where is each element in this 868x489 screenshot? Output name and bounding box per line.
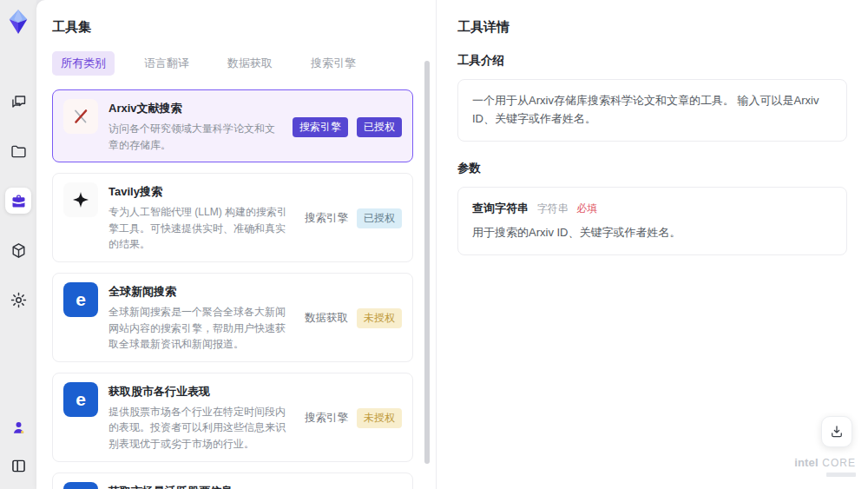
tool-description: 全球新闻搜索是一个聚合全球各大新闻网站内容的搜索引擎，帮助用户快速获取全球最新资… (108, 304, 294, 353)
sidebar-bottom (5, 414, 31, 479)
tab-language-translation[interactable]: 语言翻译 (135, 51, 198, 76)
tool-card-global-news[interactable]: e 全球新闻搜索 全球新闻搜索是一个聚合全球各大新闻网站内容的搜索引擎，帮助用户… (52, 273, 413, 362)
category-label: 搜索引擎 (305, 211, 348, 226)
user-avatar-icon[interactable] (5, 414, 31, 440)
category-tabs: 所有类别 语言翻译 数据获取 搜索引擎 (52, 51, 413, 76)
app-logo-icon[interactable] (5, 9, 31, 35)
main-content: 工具集 所有类别 语言翻译 数据获取 搜索引擎 Arxiv文献搜索 (36, 0, 868, 489)
list-scrollbar (424, 61, 430, 480)
settings-icon[interactable] (5, 287, 31, 313)
blue-app-icon: e (63, 282, 98, 317)
download-button[interactable] (821, 416, 852, 447)
auth-status-badge: 未授权 (357, 408, 402, 428)
details-title: 工具详情 (457, 19, 847, 36)
intro-heading: 工具介绍 (457, 53, 847, 69)
tool-card-active-stocks[interactable]: e 获取市场最活跃股票信息 提供当天交易量最高的股票列表，投资者可以利用这些信息… (52, 472, 413, 489)
param-box: 查询字符串 字符串 必填 用于搜索的Arxiv ID、关键字或作者姓名。 (457, 187, 847, 256)
tool-description: 专为人工智能代理 (LLM) 构建的搜索引擎工具。可快速提供实时、准确和真实的结… (108, 204, 294, 253)
sidebar (0, 0, 36, 489)
tool-card-arxiv[interactable]: Arxiv文献搜索 访问各个研究领域大量科学论文和文章的存储库。 搜索引擎 已授… (52, 89, 413, 162)
blue-app-icon: e (63, 382, 98, 417)
tool-description: 访问各个研究领域大量科学论文和文章的存储库。 (108, 121, 282, 153)
tab-search-engine[interactable]: 搜索引擎 (302, 51, 365, 76)
tool-description: 提供股票市场各个行业在特定时间段内的表现。投资者可以利用这些信息来识别表现优于或… (108, 404, 294, 453)
tool-list: Arxiv文献搜索 访问各个研究领域大量科学论文和文章的存储库。 搜索引擎 已授… (52, 89, 413, 489)
params-heading: 参数 (457, 161, 847, 176)
sidebar-nav (5, 89, 31, 313)
param-required-flag: 必填 (576, 202, 597, 215)
blue-app-icon: e (63, 482, 98, 489)
arxiv-x-icon (63, 99, 98, 134)
param-name: 查询字符串 (472, 202, 529, 215)
cube-icon[interactable] (5, 237, 31, 263)
tool-details-panel: 工具详情 工具介绍 一个用于从Arxiv存储库搜索科学论文和文章的工具。 输入可… (436, 0, 868, 489)
folder-icon[interactable] (5, 138, 31, 164)
auth-status-badge: 已授权 (357, 208, 402, 228)
brand-core-text: CORE (822, 457, 856, 469)
page-title: 工具集 (52, 19, 413, 36)
chat-icon[interactable] (5, 89, 31, 115)
tavily-star-icon (63, 182, 98, 217)
tool-name: 获取股市各行业表现 (108, 384, 294, 400)
tool-card-stock-sector[interactable]: e 获取股市各行业表现 提供股票市场各个行业在特定时间段内的表现。投资者可以利用… (52, 373, 413, 462)
param-description: 用于搜索的Arxiv ID、关键字或作者姓名。 (472, 224, 832, 242)
intro-box: 一个用于从Arxiv存储库搜索科学论文和文章的工具。 输入可以是Arxiv ID… (457, 79, 847, 142)
toolbox-icon[interactable] (5, 188, 31, 214)
tab-all-categories[interactable]: 所有类别 (52, 51, 115, 76)
tool-name: 获取市场最活跃股票信息 (108, 484, 294, 489)
tool-name: 全球新闻搜索 (108, 284, 294, 300)
category-badge: 搜索引擎 (293, 117, 348, 137)
auth-status-badge: 已授权 (357, 117, 402, 137)
param-type: 字符串 (537, 202, 569, 215)
brand-intel-text: intel (794, 456, 819, 469)
tool-list-panel: 工具集 所有类别 语言翻译 数据获取 搜索引擎 Arxiv文献搜索 (36, 0, 436, 489)
intel-core-logo: intel CORE (794, 454, 856, 477)
tool-name: Tavily搜索 (108, 184, 294, 200)
brand-bar (826, 472, 856, 477)
auth-status-badge: 未授权 (357, 308, 402, 328)
tool-name: Arxiv文献搜索 (108, 101, 282, 116)
tab-data-fetch[interactable]: 数据获取 (219, 51, 281, 76)
tool-card-tavily[interactable]: Tavily搜索 专为人工智能代理 (LLM) 构建的搜索引擎工具。可快速提供实… (52, 173, 413, 262)
app-window: 工具集 所有类别 语言翻译 数据获取 搜索引擎 Arxiv文献搜索 (0, 0, 868, 489)
download-icon (829, 424, 845, 439)
category-label: 数据获取 (305, 311, 348, 326)
panel-toggle-icon[interactable] (5, 453, 31, 479)
category-label: 搜索引擎 (305, 411, 348, 426)
scrollbar-thumb[interactable] (424, 61, 430, 464)
